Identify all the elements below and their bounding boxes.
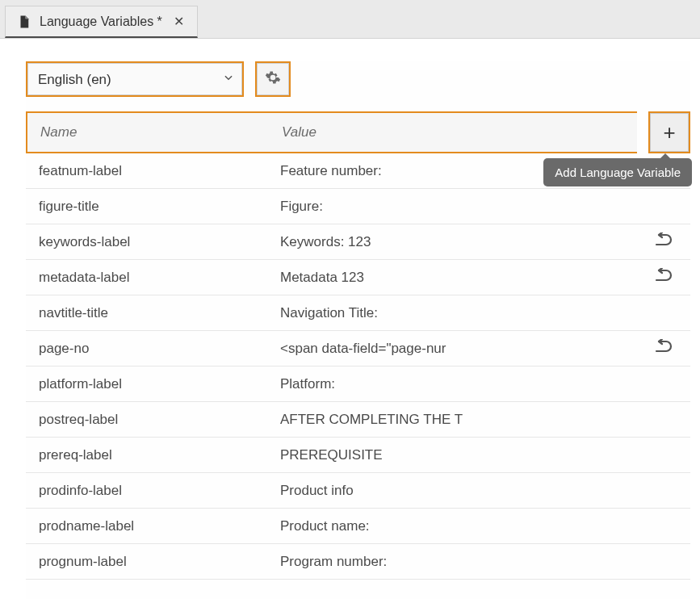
table-row[interactable]: prodinfo-labelProduct info [26,473,690,509]
toolbar: English (en) [26,61,690,97]
gear-highlight [255,61,291,97]
variable-name: page-no [26,341,280,357]
variable-value[interactable]: Keywords: 123 [280,234,650,250]
variable-name: metadata-label [26,270,280,286]
language-select-highlight: English (en) [26,61,244,97]
variable-value[interactable]: Product info [280,483,650,499]
add-button-highlight: + Add Language Variable [648,111,690,153]
plus-icon: + [663,120,675,145]
undo-cell [650,232,677,252]
variable-name: navtitle-title [26,305,280,321]
close-icon[interactable]: ✕ [170,12,187,31]
variable-name: platform-label [26,376,280,392]
undo-icon[interactable] [654,232,673,252]
table-header: Name Value [27,113,637,152]
tab-language-variables[interactable]: Language Variables * ✕ [5,6,198,38]
settings-button[interactable] [257,63,289,95]
variable-value[interactable]: <span data-field="page-nur [280,341,650,357]
variable-value[interactable]: Product name: [280,518,650,534]
table-row[interactable]: metadata-labelMetadata 123 [26,260,690,295]
variable-value[interactable]: PREREQUISITE [280,447,650,463]
column-header-name: Name [27,124,282,140]
variable-value[interactable]: Platform: [280,376,650,392]
variable-value[interactable]: Navigation Title: [280,305,650,321]
table-row[interactable]: figure-titleFigure: [26,189,690,224]
table-body[interactable]: featnum-labelFeature number:figure-title… [26,153,690,581]
tab-bar: Language Variables * ✕ [0,0,700,39]
table-row[interactable]: page-no<span data-field="page-nur [26,331,690,367]
tab-title: Language Variables * [40,15,162,29]
table-row[interactable]: navtitle-titleNavigation Title: [26,295,690,331]
variable-name: figure-title [26,199,280,215]
content-area: English (en) [0,39,700,599]
language-select[interactable]: English (en) [27,63,242,95]
table-row[interactable]: platform-labelPlatform: [26,367,690,402]
document-icon [17,15,31,29]
undo-cell [650,339,677,358]
table-row[interactable]: keywords-labelKeywords: 123 [26,224,690,260]
variable-value[interactable]: Feature number: [280,163,650,179]
undo-icon[interactable] [654,339,673,358]
app-container: Language Variables * ✕ English (en) [0,0,700,599]
variable-name: prodname-label [26,518,280,534]
table-row[interactable]: postreq-labelAFTER COMPLETING THE T [26,402,690,438]
variable-name: featnum-label [26,163,280,179]
variable-name: prodinfo-label [26,483,280,499]
table-row[interactable]: prognum-labelProgram number: [26,544,690,580]
table-row[interactable]: prereq-labelPREREQUISITE [26,438,690,473]
variable-value[interactable]: Program number: [280,554,650,570]
variable-name: prereq-label [26,447,280,463]
table-row[interactable]: featnum-labelFeature number: [26,153,690,189]
table-row[interactable]: prodname-labelProduct name: [26,509,690,544]
variable-name: postreq-label [26,412,280,428]
variable-value[interactable]: AFTER COMPLETING THE T [280,412,650,428]
column-header-value: Value [282,124,637,140]
undo-icon[interactable] [654,268,673,287]
variable-value[interactable]: Figure: [280,199,650,215]
variable-value[interactable]: Metadata 123 [280,270,650,286]
undo-cell [650,268,677,287]
variable-name: prognum-label [26,554,280,570]
add-variable-button[interactable]: + [650,113,689,152]
gear-icon [265,69,281,89]
variable-name: keywords-label [26,234,280,250]
